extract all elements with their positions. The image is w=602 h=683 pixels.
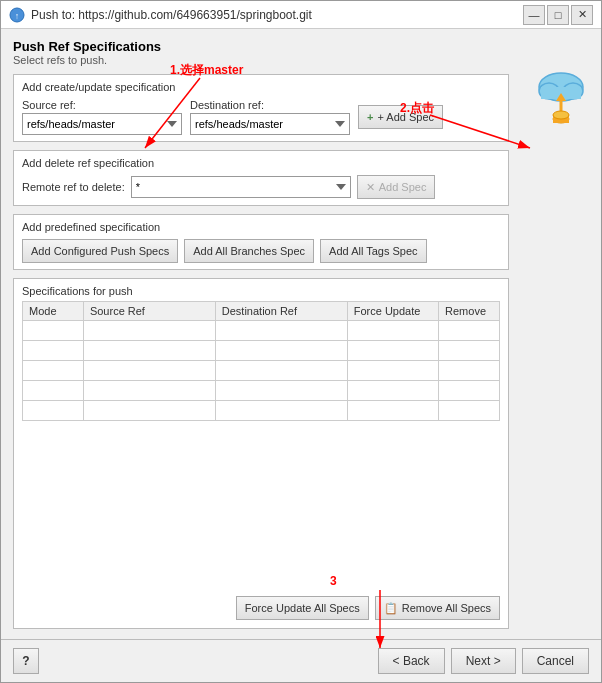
main-panel: Push Ref Specifications Select refs to p… [1,29,521,639]
title-bar: ↑ Push to: https://github.com/649663951/… [1,1,601,29]
remove-all-label: Remove All Specs [402,602,491,614]
cancel-button[interactable]: Cancel [522,648,589,674]
specs-table-container: Mode Source Ref Destination Ref Force Up… [22,301,500,592]
source-ref-group: Source ref: refs/heads/master refs/heads… [22,99,182,135]
destination-ref-group: Destination ref: refs/heads/master refs/… [190,99,350,135]
delete-spec-x-icon: ✕ [366,181,375,194]
delete-section: Add delete ref specification Remote ref … [13,150,509,206]
add-spec-label: + Add Spec [377,111,434,123]
next-button[interactable]: Next > [451,648,516,674]
title-bar-controls: — □ ✕ [523,5,593,25]
close-button[interactable]: ✕ [571,5,593,25]
cloud-upload-icon [531,59,591,129]
bottom-buttons-row: Force Update All Specs 📋 Remove All Spec… [22,592,500,622]
delete-spec-label: Add Spec [379,181,427,193]
delete-title: Add delete ref specification [22,157,500,169]
specs-table: Mode Source Ref Destination Ref Force Up… [22,301,500,421]
add-configured-push-specs-button[interactable]: Add Configured Push Specs [22,239,178,263]
add-all-branches-spec-button[interactable]: Add All Branches Spec [184,239,314,263]
force-update-all-specs-button[interactable]: Force Update All Specs [236,596,369,620]
title-bar-left: ↑ Push to: https://github.com/649663951/… [9,7,312,23]
remove-icon: 📋 [384,602,398,615]
add-spec-plus-icon: + [367,111,373,123]
content-area: Push Ref Specifications Select refs to p… [1,29,601,639]
source-ref-select[interactable]: refs/heads/master refs/heads/develop [22,113,182,135]
svg-point-10 [553,111,569,119]
create-update-row: Source ref: refs/heads/master refs/heads… [22,99,500,135]
specs-table-header-row: Mode Source Ref Destination Ref Force Up… [23,302,500,321]
maximize-button[interactable]: □ [547,5,569,25]
destination-ref-select[interactable]: refs/heads/master refs/heads/develop [190,113,350,135]
table-row [23,381,500,401]
minimize-button[interactable]: — [523,5,545,25]
predefined-section: Add predefined specification Add Configu… [13,214,509,270]
table-row [23,341,500,361]
predefined-title: Add predefined specification [22,221,500,233]
back-button[interactable]: < Back [378,648,445,674]
right-panel [521,29,601,639]
svg-text:↑: ↑ [15,11,20,21]
source-ref-label: Source ref: [22,99,182,111]
cloud-icon-container [531,59,591,129]
table-row [23,361,500,381]
specs-table-body [23,321,500,421]
help-button[interactable]: ? [13,648,39,674]
add-all-tags-spec-button[interactable]: Add All Tags Spec [320,239,426,263]
remote-ref-label: Remote ref to delete: [22,181,125,193]
specs-col-remove: Remove [439,302,500,321]
header-section: Push Ref Specifications Select refs to p… [13,39,509,66]
create-update-title: Add create/update specification [22,81,500,93]
app-icon: ↑ [9,7,25,23]
specs-col-force-update: Force Update [347,302,438,321]
page-subtitle: Select refs to push. [13,54,509,66]
title-bar-text: Push to: https://github.com/649663951/sp… [31,8,312,22]
remote-ref-select[interactable]: * [131,176,351,198]
specs-col-destination-ref: Destination Ref [215,302,347,321]
table-row [23,321,500,341]
predefined-row: Add Configured Push Specs Add All Branch… [22,239,500,263]
specs-col-source-ref: Source Ref [83,302,215,321]
table-row [23,401,500,421]
footer-right: < Back Next > Cancel [378,648,589,674]
footer: ? < Back Next > Cancel [1,639,601,682]
page-title: Push Ref Specifications [13,39,509,54]
specs-section: Specifications for push Mode Source Ref … [13,278,509,629]
specs-col-mode: Mode [23,302,84,321]
delete-add-spec-button[interactable]: ✕ Add Spec [357,175,436,199]
add-spec-button[interactable]: + + Add Spec [358,105,443,129]
main-window: ↑ Push to: https://github.com/649663951/… [0,0,602,683]
delete-row: Remote ref to delete: * ✕ Add Spec [22,175,500,199]
create-update-section: Add create/update specification Source r… [13,74,509,142]
specs-section-title: Specifications for push [22,285,500,297]
remove-all-specs-button[interactable]: 📋 Remove All Specs [375,596,500,620]
destination-ref-label: Destination ref: [190,99,350,111]
